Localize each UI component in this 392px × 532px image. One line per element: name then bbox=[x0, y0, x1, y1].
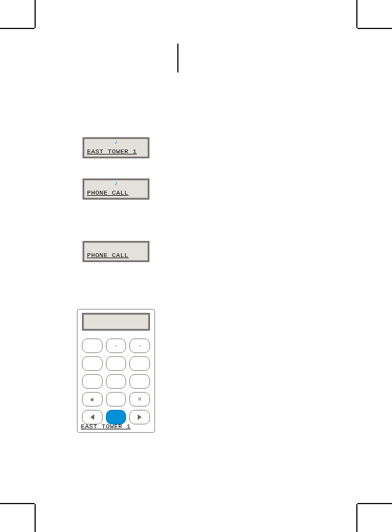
crop-mark bbox=[357, 503, 392, 504]
arrow-left-icon bbox=[90, 414, 94, 420]
lcd-screen-2: ♪ PHONE CALL bbox=[83, 178, 149, 200]
crop-mark bbox=[177, 43, 178, 72]
device-lcd: EAST TOWER 1 bbox=[82, 313, 150, 331]
key-star[interactable]: ✱ bbox=[82, 392, 103, 407]
crop-mark bbox=[356, 504, 357, 532]
key-9[interactable] bbox=[129, 374, 150, 389]
crop-mark bbox=[0, 503, 35, 504]
key-1[interactable] bbox=[82, 338, 103, 353]
key-hash[interactable]: # bbox=[129, 392, 150, 407]
key-center[interactable] bbox=[106, 410, 127, 424]
crop-mark bbox=[357, 28, 392, 29]
key-right[interactable] bbox=[129, 410, 150, 424]
crop-mark bbox=[35, 0, 36, 28]
arrow-right-icon bbox=[138, 414, 142, 420]
crop-mark bbox=[356, 0, 357, 28]
lcd-text: PHONE CALL bbox=[87, 190, 129, 196]
key-2[interactable] bbox=[106, 338, 127, 353]
key-0[interactable] bbox=[106, 392, 127, 407]
lcd-screen-1: ♪ EAST TOWER 1 bbox=[83, 137, 149, 158]
key-6[interactable] bbox=[129, 356, 150, 371]
key-3[interactable] bbox=[129, 338, 150, 353]
lcd-text: EAST TOWER 1 bbox=[87, 148, 137, 155]
key-7[interactable] bbox=[82, 374, 103, 389]
key-5[interactable] bbox=[106, 356, 127, 371]
key-4[interactable] bbox=[82, 356, 103, 371]
crop-mark bbox=[35, 504, 36, 532]
lcd-screen-3: PHONE CALL bbox=[83, 241, 149, 262]
key-8[interactable] bbox=[106, 374, 127, 389]
pager-device: EAST TOWER 1 ✱ # bbox=[77, 309, 155, 433]
hash-icon: # bbox=[138, 396, 142, 403]
crop-mark bbox=[0, 28, 35, 29]
star-icon: ✱ bbox=[90, 396, 94, 403]
keypad: ✱ # bbox=[82, 338, 150, 424]
key-left[interactable] bbox=[82, 410, 103, 424]
lcd-text: PHONE CALL bbox=[87, 252, 129, 259]
